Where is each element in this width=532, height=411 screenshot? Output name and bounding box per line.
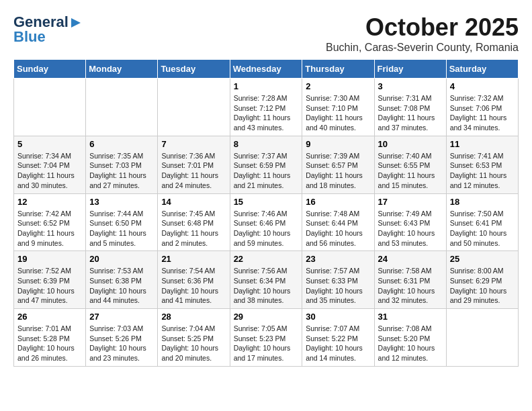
calendar-day-cell: 11Sunrise: 7:41 AMSunset: 6:53 PMDayligh… xyxy=(446,136,518,193)
weekday-header-cell: Monday xyxy=(86,60,158,79)
month-title: October 2025 xyxy=(326,13,519,42)
calendar-day-cell: 23Sunrise: 7:57 AMSunset: 6:33 PMDayligh… xyxy=(302,251,374,309)
calendar-day-cell: 14Sunrise: 7:45 AMSunset: 6:48 PMDayligh… xyxy=(158,193,230,251)
day-number: 9 xyxy=(306,139,370,149)
day-info: Sunrise: 7:35 AMSunset: 7:03 PMDaylight:… xyxy=(89,151,154,191)
day-info: Sunrise: 7:39 AMSunset: 6:57 PMDaylight:… xyxy=(306,151,370,191)
day-number: 27 xyxy=(89,312,154,322)
day-info: Sunrise: 7:49 AMSunset: 6:43 PMDaylight:… xyxy=(378,209,443,248)
day-info: Sunrise: 7:58 AMSunset: 6:31 PMDaylight:… xyxy=(378,266,443,306)
day-number: 20 xyxy=(89,254,154,264)
day-number: 28 xyxy=(161,312,226,322)
day-number: 25 xyxy=(450,254,515,264)
calendar-day-cell: 4Sunrise: 7:32 AMSunset: 7:06 PMDaylight… xyxy=(446,79,518,136)
day-info: Sunrise: 7:05 AMSunset: 5:23 PMDaylight:… xyxy=(234,324,299,363)
day-number: 18 xyxy=(450,197,515,207)
calendar-header-row: SundayMondayTuesdayWednesdayThursdayFrid… xyxy=(14,60,519,79)
calendar-body: 1Sunrise: 7:28 AMSunset: 7:12 PMDaylight… xyxy=(14,79,519,367)
day-info: Sunrise: 7:31 AMSunset: 7:08 PMDaylight:… xyxy=(378,93,443,133)
calendar-day-cell: 20Sunrise: 7:53 AMSunset: 6:38 PMDayligh… xyxy=(86,251,158,309)
calendar-day-cell: 21Sunrise: 7:54 AMSunset: 6:36 PMDayligh… xyxy=(158,251,230,309)
day-number: 1 xyxy=(234,81,299,91)
day-number: 8 xyxy=(234,139,299,149)
weekday-header-cell: Thursday xyxy=(302,60,374,79)
day-info: Sunrise: 7:45 AMSunset: 6:48 PMDaylight:… xyxy=(161,209,226,248)
weekday-header-cell: Sunday xyxy=(14,60,86,79)
day-info: Sunrise: 7:50 AMSunset: 6:41 PMDaylight:… xyxy=(450,209,515,248)
day-info: Sunrise: 7:01 AMSunset: 5:28 PMDaylight:… xyxy=(17,324,82,363)
day-info: Sunrise: 7:34 AMSunset: 7:04 PMDaylight:… xyxy=(17,151,82,191)
day-info: Sunrise: 7:36 AMSunset: 7:01 PMDaylight:… xyxy=(161,151,226,191)
day-number: 12 xyxy=(17,197,82,207)
day-number: 23 xyxy=(306,254,370,264)
day-info: Sunrise: 7:48 AMSunset: 6:44 PMDaylight:… xyxy=(306,209,370,248)
day-number: 29 xyxy=(234,312,299,322)
calendar-week-row: 12Sunrise: 7:42 AMSunset: 6:52 PMDayligh… xyxy=(14,193,519,251)
day-info: Sunrise: 7:07 AMSunset: 5:22 PMDaylight:… xyxy=(306,324,370,363)
calendar-day-cell: 18Sunrise: 7:50 AMSunset: 6:41 PMDayligh… xyxy=(446,193,518,251)
calendar-week-row: 1Sunrise: 7:28 AMSunset: 7:12 PMDaylight… xyxy=(14,79,519,136)
day-number: 30 xyxy=(306,312,370,322)
day-info: Sunrise: 7:57 AMSunset: 6:33 PMDaylight:… xyxy=(306,266,370,306)
day-info: Sunrise: 7:30 AMSunset: 7:10 PMDaylight:… xyxy=(306,93,370,133)
day-info: Sunrise: 8:00 AMSunset: 6:29 PMDaylight:… xyxy=(450,266,515,306)
day-info: Sunrise: 7:53 AMSunset: 6:38 PMDaylight:… xyxy=(89,266,154,306)
day-info: Sunrise: 7:32 AMSunset: 7:06 PMDaylight:… xyxy=(450,93,515,133)
weekday-header-cell: Friday xyxy=(374,60,446,79)
calendar-week-row: 26Sunrise: 7:01 AMSunset: 5:28 PMDayligh… xyxy=(14,309,519,367)
day-info: Sunrise: 7:08 AMSunset: 5:20 PMDaylight:… xyxy=(378,324,443,363)
calendar-table: SundayMondayTuesdayWednesdayThursdayFrid… xyxy=(13,59,519,367)
weekday-header-cell: Tuesday xyxy=(158,60,230,79)
day-number: 15 xyxy=(234,197,299,207)
calendar-day-cell: 27Sunrise: 7:03 AMSunset: 5:26 PMDayligh… xyxy=(86,309,158,367)
day-number: 5 xyxy=(17,139,82,149)
calendar-day-cell: 13Sunrise: 7:44 AMSunset: 6:50 PMDayligh… xyxy=(86,193,158,251)
calendar-day-cell: 28Sunrise: 7:04 AMSunset: 5:25 PMDayligh… xyxy=(158,309,230,367)
calendar-day-cell: 25Sunrise: 8:00 AMSunset: 6:29 PMDayligh… xyxy=(446,251,518,309)
day-number: 3 xyxy=(378,81,443,91)
calendar-day-cell: 1Sunrise: 7:28 AMSunset: 7:12 PMDaylight… xyxy=(230,79,302,136)
day-number: 4 xyxy=(450,81,515,91)
weekday-header-cell: Wednesday xyxy=(230,60,302,79)
calendar-day-cell: 31Sunrise: 7:08 AMSunset: 5:20 PMDayligh… xyxy=(374,309,446,367)
day-info: Sunrise: 7:52 AMSunset: 6:39 PMDaylight:… xyxy=(17,266,82,306)
calendar-day-cell: 3Sunrise: 7:31 AMSunset: 7:08 PMDaylight… xyxy=(374,79,446,136)
day-number: 24 xyxy=(378,254,443,264)
day-info: Sunrise: 7:37 AMSunset: 6:59 PMDaylight:… xyxy=(234,151,299,191)
day-number: 10 xyxy=(378,139,443,149)
day-number: 21 xyxy=(161,254,226,264)
weekday-header-cell: Saturday xyxy=(446,60,518,79)
day-info: Sunrise: 7:04 AMSunset: 5:25 PMDaylight:… xyxy=(161,324,226,363)
day-info: Sunrise: 7:41 AMSunset: 6:53 PMDaylight:… xyxy=(450,151,515,191)
calendar-day-cell: 26Sunrise: 7:01 AMSunset: 5:28 PMDayligh… xyxy=(14,309,86,367)
calendar-day-cell: 2Sunrise: 7:30 AMSunset: 7:10 PMDaylight… xyxy=(302,79,374,136)
day-info: Sunrise: 7:44 AMSunset: 6:50 PMDaylight:… xyxy=(89,209,154,248)
calendar-day-cell: 29Sunrise: 7:05 AMSunset: 5:23 PMDayligh… xyxy=(230,309,302,367)
day-number: 13 xyxy=(89,197,154,207)
calendar-day-cell: 12Sunrise: 7:42 AMSunset: 6:52 PMDayligh… xyxy=(14,193,86,251)
day-number: 7 xyxy=(161,139,226,149)
day-info: Sunrise: 7:28 AMSunset: 7:12 PMDaylight:… xyxy=(234,93,299,133)
day-number: 22 xyxy=(234,254,299,264)
day-info: Sunrise: 7:56 AMSunset: 6:34 PMDaylight:… xyxy=(234,266,299,306)
day-info: Sunrise: 7:40 AMSunset: 6:55 PMDaylight:… xyxy=(378,151,443,191)
calendar-week-row: 19Sunrise: 7:52 AMSunset: 6:39 PMDayligh… xyxy=(14,251,519,309)
calendar-day-cell: 30Sunrise: 7:07 AMSunset: 5:22 PMDayligh… xyxy=(302,309,374,367)
day-number: 14 xyxy=(161,197,226,207)
calendar-day-cell: 16Sunrise: 7:48 AMSunset: 6:44 PMDayligh… xyxy=(302,193,374,251)
calendar-day-cell: 22Sunrise: 7:56 AMSunset: 6:34 PMDayligh… xyxy=(230,251,302,309)
day-number: 19 xyxy=(17,254,82,264)
calendar-day-cell: 6Sunrise: 7:35 AMSunset: 7:03 PMDaylight… xyxy=(86,136,158,193)
day-number: 2 xyxy=(306,81,370,91)
day-number: 31 xyxy=(378,312,443,322)
logo-blue: Blue xyxy=(13,28,46,46)
day-number: 6 xyxy=(89,139,154,149)
calendar-day-cell: 17Sunrise: 7:49 AMSunset: 6:43 PMDayligh… xyxy=(374,193,446,251)
calendar-week-row: 5Sunrise: 7:34 AMSunset: 7:04 PMDaylight… xyxy=(14,136,519,193)
day-number: 17 xyxy=(378,197,443,207)
calendar-day-cell xyxy=(14,79,86,136)
calendar-day-cell: 19Sunrise: 7:52 AMSunset: 6:39 PMDayligh… xyxy=(14,251,86,309)
calendar-day-cell: 9Sunrise: 7:39 AMSunset: 6:57 PMDaylight… xyxy=(302,136,374,193)
day-number: 11 xyxy=(450,139,515,149)
calendar-day-cell xyxy=(158,79,230,136)
